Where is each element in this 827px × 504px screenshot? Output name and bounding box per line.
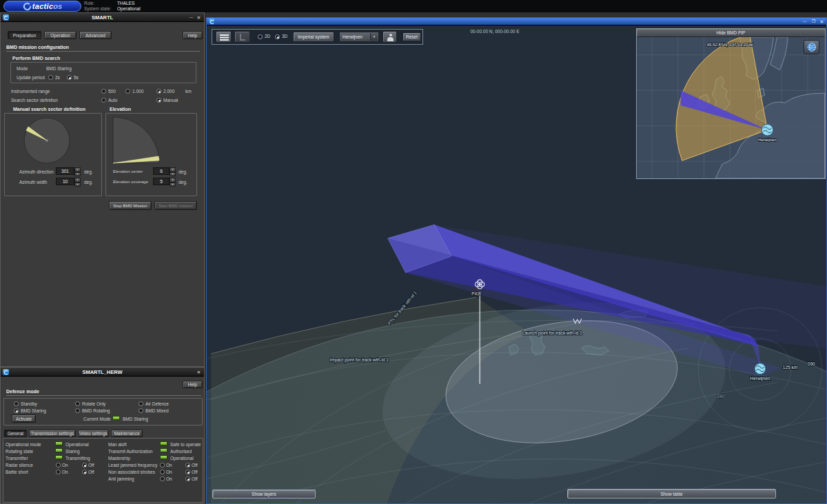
azimuth-width-spinner[interactable]: ▲▼ xyxy=(74,178,81,185)
radio-mode-rotate-only[interactable] xyxy=(75,401,80,406)
spin-down-icon[interactable]: ▼ xyxy=(170,182,176,187)
elevation-coverage-spinner[interactable]: ▲▼ xyxy=(170,178,176,185)
radio-mode-bmd-mixed[interactable] xyxy=(139,408,143,413)
stop-bmd-mission-button[interactable]: Stop BMD Mission xyxy=(109,201,152,210)
radio-3d[interactable] xyxy=(275,34,280,39)
radio-update-2s[interactable] xyxy=(48,75,53,80)
activate-button[interactable]: Activate xyxy=(12,414,36,423)
tab-advanced[interactable]: Advanced xyxy=(79,31,112,39)
tab-general[interactable]: General xyxy=(4,430,27,437)
close-button[interactable]: ✕ xyxy=(195,368,203,377)
site-icon-herwijnen[interactable] xyxy=(755,364,766,375)
radio-mode-standby[interactable] xyxy=(14,401,19,406)
tab-transmission-settings[interactable]: Transmission settings xyxy=(29,430,76,437)
radio-non-assoc-strobes-on[interactable] xyxy=(160,470,165,474)
pip-site-icon[interactable] xyxy=(762,124,773,136)
status-label: Transmitter xyxy=(6,455,28,461)
radio-range-500[interactable] xyxy=(101,89,106,94)
radio-range-2000[interactable] xyxy=(156,89,161,94)
position-dropdown-value: Herwijnen xyxy=(343,34,363,39)
radio-radar-silence-on[interactable] xyxy=(56,463,61,468)
azimuth-sector-diagram[interactable] xyxy=(4,113,102,168)
tab-preparation[interactable]: Preparation xyxy=(8,31,41,39)
spin-down-icon[interactable]: ▼ xyxy=(74,182,81,187)
elevation-center-unit: deg. xyxy=(178,169,187,175)
azimuth-width-field[interactable]: 10 xyxy=(56,178,74,185)
tab-video-settings[interactable]: Video settings xyxy=(78,430,109,437)
radio-mode-bmd-staring-label: BMD Staring xyxy=(21,408,46,414)
maximize-button[interactable]: ❐ xyxy=(810,18,817,25)
layers-menu-button[interactable] xyxy=(216,31,232,43)
logo-text-accent: os xyxy=(53,2,62,10)
azimuth-direction-field[interactable]: 301 xyxy=(56,167,74,175)
chevron-down-icon[interactable]: ▼ xyxy=(370,33,378,41)
radio-2d[interactable] xyxy=(258,34,263,39)
azimuth-direction-label: Azimuth direction xyxy=(19,169,54,175)
role-label: Role: xyxy=(84,1,117,6)
site-label: Herwijnen xyxy=(751,376,770,381)
radio-non-assoc-strobes-off[interactable] xyxy=(185,470,190,474)
system-state-value: Operational xyxy=(117,6,141,11)
radio-mode-standby-label: Standby xyxy=(21,401,37,407)
start-bmd-mission-button[interactable]: Start BMD mission xyxy=(154,201,197,210)
spin-down-icon[interactable]: ▼ xyxy=(74,172,81,177)
status-value: Operational xyxy=(170,455,194,461)
radio-mode-bmd-rotating[interactable] xyxy=(75,408,80,413)
radio-update-5s[interactable] xyxy=(67,75,72,80)
elevation-coverage-field[interactable]: 5 xyxy=(153,178,170,185)
radio-radar-silence-off[interactable] xyxy=(82,463,87,468)
minimize-button[interactable]: — xyxy=(801,18,808,25)
elevation-center-field[interactable]: 6 xyxy=(153,167,170,175)
status-label: Transmit Authorization xyxy=(108,448,152,454)
launch-point-label: Launch point for track wth-id 1 xyxy=(522,330,582,336)
reset-button[interactable]: Reset xyxy=(402,32,421,41)
radio-3d-label: 3D xyxy=(282,34,287,39)
pip-globe-button[interactable] xyxy=(804,40,819,54)
help-button[interactable]: Help xyxy=(183,31,203,39)
help-button[interactable]: Help xyxy=(183,381,203,388)
status-label: Anti jamming xyxy=(108,476,134,482)
defence-mode-header: Defence mode xyxy=(6,389,201,396)
elevation-sector-diagram[interactable] xyxy=(105,113,197,167)
status-label: Rotating state xyxy=(6,448,33,454)
tab-operation[interactable]: Operation xyxy=(44,31,76,39)
radio-sector-auto[interactable] xyxy=(101,98,106,103)
radio-least-jammed-on[interactable] xyxy=(160,463,165,468)
close-button[interactable]: ✕ xyxy=(195,13,203,22)
status-value: Safe to operate xyxy=(170,441,201,448)
tab-maintenance[interactable]: Maintenance xyxy=(111,430,143,437)
measure-tool-button[interactable] xyxy=(234,31,250,43)
hide-bmd-pip-button[interactable]: Hide BMD PIP xyxy=(637,29,825,37)
spin-down-icon[interactable]: ▼ xyxy=(170,172,176,177)
person-icon xyxy=(387,34,394,41)
off-label: Off xyxy=(88,469,94,475)
radio-sector-manual[interactable] xyxy=(156,98,161,103)
herw-titlebar[interactable]: SMARTL_HERW ✕ xyxy=(1,368,204,377)
pip-map[interactable]: 45-52.87 N, 037-03.20 W Herwijnen xyxy=(637,37,825,178)
globe-icon xyxy=(806,42,817,52)
radio-mode-bmd-staring[interactable] xyxy=(14,408,19,413)
radio-range-1000-label: 1.000 xyxy=(132,88,143,94)
radio-anti-jamming-on[interactable] xyxy=(160,476,165,481)
elevation-center-label: Elevation center xyxy=(113,169,143,175)
imperial-system-button[interactable]: Imperial system xyxy=(293,32,334,42)
off-label: Off xyxy=(88,462,94,468)
radio-mode-air-defence[interactable] xyxy=(139,401,143,406)
radio-range-1000[interactable] xyxy=(125,89,130,94)
smartl-titlebar[interactable]: SMARTL — ✕ xyxy=(1,13,204,22)
show-layers-button[interactable]: Show layers xyxy=(212,490,316,498)
position-dropdown[interactable]: Herwijnen ▼ xyxy=(339,32,379,42)
status-value: Operational xyxy=(65,441,89,448)
azimuth-direction-spinner[interactable]: ▲▼ xyxy=(74,167,81,175)
radio-anti-jamming-off[interactable] xyxy=(185,476,190,481)
radio-battle-short-off[interactable] xyxy=(82,470,87,474)
radio-battle-short-on[interactable] xyxy=(56,470,61,474)
radio-least-jammed-off[interactable] xyxy=(185,463,190,468)
center-operator-button[interactable] xyxy=(382,31,397,43)
map-titlebar[interactable]: — ❐ ✕ xyxy=(207,18,826,25)
show-table-button[interactable]: Show table xyxy=(567,489,776,498)
elevation-center-spinner[interactable]: ▲▼ xyxy=(170,167,176,175)
minimize-button[interactable]: — xyxy=(187,13,195,22)
close-button[interactable]: ✕ xyxy=(818,18,826,25)
status-label: Least jammed frequency xyxy=(108,462,157,468)
